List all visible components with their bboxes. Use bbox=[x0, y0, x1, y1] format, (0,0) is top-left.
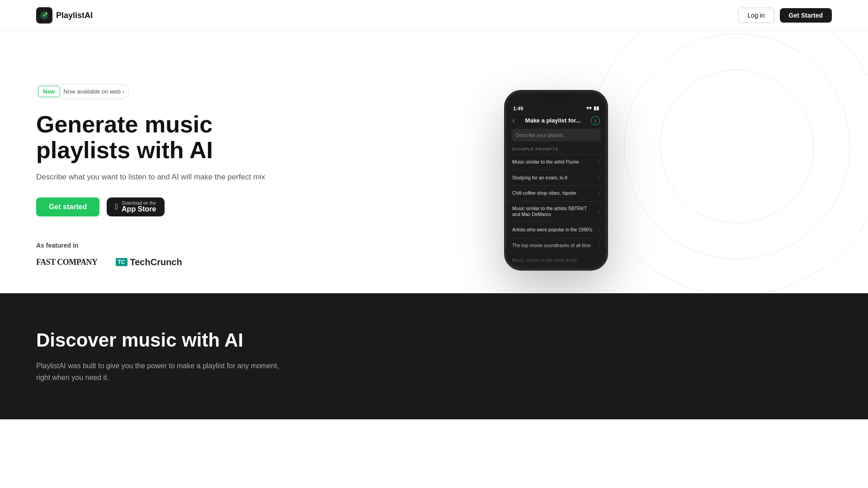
navbar: PlaylistAI Log in Get Started bbox=[0, 0, 868, 31]
prompt-text: Music similar to the artist Flume bbox=[512, 159, 579, 165]
login-button[interactable]: Log in bbox=[738, 8, 774, 23]
featured-in-section: As featured in FAST COMPANY TC TechCrunc… bbox=[36, 242, 280, 267]
nav-actions: Log in Get Started bbox=[738, 8, 832, 23]
prompt-chevron-icon: › bbox=[598, 226, 600, 234]
prompt-list-item: Music similar to the artist Flume› bbox=[507, 154, 605, 170]
fast-company-logo: FAST COMPANY bbox=[36, 258, 98, 267]
prompt-text: Studying for an exam, lo-fi bbox=[512, 175, 567, 181]
bottom-section: Discover music with AI PlaylistAI was bu… bbox=[0, 293, 868, 419]
badge-separator bbox=[61, 88, 63, 95]
logo-text: PlaylistAI bbox=[56, 11, 93, 20]
get-started-button[interactable]: Get started bbox=[36, 197, 99, 216]
phone-time: 1:49 bbox=[513, 106, 523, 111]
phone-header: ‹ Make a playlist for... i bbox=[507, 114, 605, 129]
phone-info-button: i bbox=[591, 116, 600, 125]
tc-icon: TC bbox=[116, 258, 127, 266]
prompt-text: The top movie soundtracks of all time bbox=[512, 243, 591, 249]
phone-status-bar: 1:49 ▾▾ ▮▮ bbox=[507, 105, 605, 114]
phone-status-icons: ▾▾ ▮▮ bbox=[586, 105, 599, 111]
prompt-list-item: The top movie soundtracks of all time› bbox=[507, 238, 605, 253]
featured-label: As featured in bbox=[36, 242, 280, 249]
bottom-description: PlaylistAI was built to give you the pow… bbox=[36, 360, 289, 383]
phone-screen: 1:49 ▾▾ ▮▮ ‹ Make a playlist for... i bbox=[507, 93, 605, 268]
prompt-list: Music similar to the artist Flume›Studyi… bbox=[507, 154, 605, 268]
phone-mockup-area: 1:49 ▾▾ ▮▮ ‹ Make a playlist for... i bbox=[280, 90, 832, 262]
prompt-chevron-icon: › bbox=[598, 242, 600, 249]
phone-frame: 1:49 ▾▾ ▮▮ ‹ Make a playlist for... i bbox=[504, 90, 608, 271]
badge-new-label: New bbox=[38, 86, 60, 97]
battery-icon: ▮▮ bbox=[594, 105, 599, 111]
logo-icon bbox=[36, 7, 52, 23]
phone-screen-title: Make a playlist for... bbox=[525, 117, 581, 124]
hero-title: Generate music playlists with AI bbox=[36, 112, 280, 163]
announcement-badge[interactable]: New Now available on web › bbox=[36, 84, 280, 99]
prompt-text: Chill coffee shop vibes, hipster bbox=[512, 190, 576, 197]
prompt-list-item: Artists who were popular in the 1990's› bbox=[507, 222, 605, 238]
prompt-text: Music similar to the artist Arctic Monke… bbox=[512, 258, 595, 268]
wifi-icon: ▾▾ bbox=[586, 105, 592, 111]
prompt-text: Music similar to the artists SBTRKT and … bbox=[512, 206, 595, 218]
bottom-title: Discover music with AI bbox=[36, 329, 832, 351]
nav-get-started-button[interactable]: Get Started bbox=[780, 8, 832, 23]
badge-arrow-icon: › bbox=[123, 88, 124, 95]
phone-notch bbox=[538, 93, 574, 103]
prompt-chevron-icon: › bbox=[598, 174, 600, 182]
prompt-chevron-icon: › bbox=[598, 260, 600, 267]
phone-input-placeholder: Describe your playlist bbox=[516, 132, 563, 138]
appstore-main-label: App Store bbox=[122, 206, 156, 213]
hero-section: New Now available on web › Generate musi… bbox=[0, 31, 868, 293]
techcrunch-logo: TC TechCrunch bbox=[116, 257, 182, 267]
logo: PlaylistAI bbox=[36, 7, 93, 23]
prompt-text: Artists who were popular in the 1990's bbox=[512, 227, 592, 233]
prompt-list-item: Music similar to the artists SBTRKT and … bbox=[507, 201, 605, 222]
techcrunch-text: TechCrunch bbox=[130, 257, 182, 267]
prompt-list-item: Music similar to the artist Arctic Monke… bbox=[507, 253, 605, 268]
prompt-chevron-icon: › bbox=[598, 208, 600, 216]
phone-playlist-input: Describe your playlist bbox=[511, 129, 601, 141]
hero-cta-area: Get started  Download on the App Store bbox=[36, 197, 280, 216]
apple-logo-icon:  bbox=[115, 202, 118, 211]
badge-available-text: Now available on web bbox=[63, 88, 120, 95]
prompt-chevron-icon: › bbox=[598, 190, 600, 197]
phone-back-button: ‹ bbox=[512, 116, 515, 125]
appstore-button[interactable]:  Download on the App Store bbox=[107, 197, 164, 216]
press-logos: FAST COMPANY TC TechCrunch bbox=[36, 257, 280, 267]
hero-description: Describe what you want to listen to and … bbox=[36, 171, 280, 183]
example-prompts-label: EXAMPLE PROMPTS bbox=[507, 145, 605, 153]
prompt-list-item: Studying for an exam, lo-fi› bbox=[507, 170, 605, 186]
prompt-list-item: Chill coffee shop vibes, hipster› bbox=[507, 185, 605, 201]
prompt-chevron-icon: › bbox=[598, 159, 600, 166]
hero-content: New Now available on web › Generate musi… bbox=[36, 84, 280, 267]
badge-pill: New Now available on web › bbox=[36, 84, 129, 99]
phone-wrapper: 1:49 ▾▾ ▮▮ ‹ Make a playlist for... i bbox=[504, 90, 608, 262]
appstore-text: Download on the App Store bbox=[122, 201, 156, 213]
